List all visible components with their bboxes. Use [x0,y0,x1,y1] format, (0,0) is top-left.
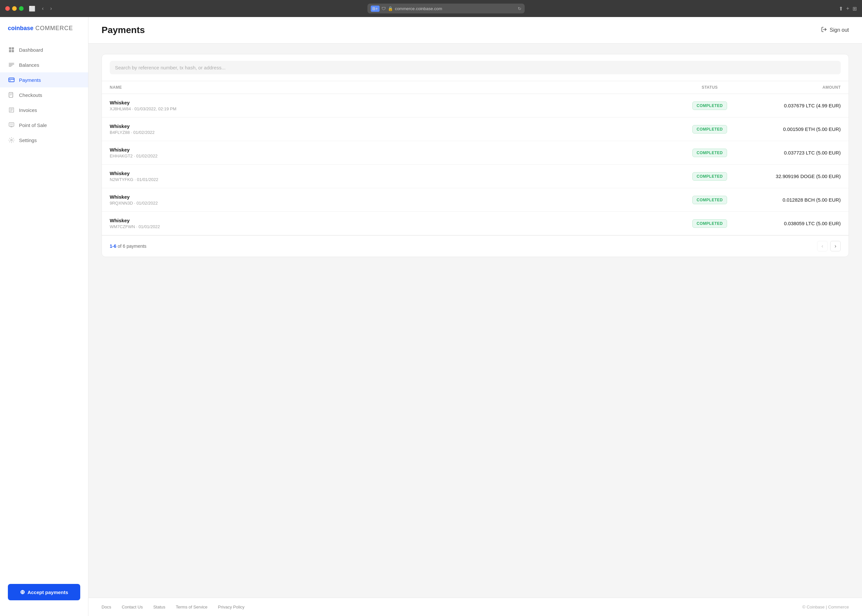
sidebar-item-checkouts[interactable]: Checkouts [0,87,88,102]
payment-amount: 0.012828 BCH (5.00 EUR) [742,197,841,203]
svg-rect-1 [12,47,14,50]
dashboard-icon [8,46,15,53]
sidebar-item-balances[interactable]: Balances [0,57,88,72]
grid-icon[interactable]: ⊞ [853,6,857,12]
search-input[interactable] [110,61,841,74]
address-bar[interactable]: B+ 🛡 🔒 commerce.coinbase.com ↻ [367,3,525,13]
settings-icon [8,137,15,144]
payment-ref: EHHAKGT2 · 01/02/2022 [110,154,677,159]
pagination-total: 6 [123,244,125,249]
sidebar-item-point-of-sale[interactable]: Point of Sale [0,118,88,132]
page-title: Payments [101,25,145,35]
close-button[interactable] [5,6,10,11]
table-row[interactable]: Whiskey N2WTYFKG · 01/01/2022 COMPLETED … [102,165,849,188]
lock-icon: 🔒 [388,6,393,11]
payment-amount: 32.909196 DOGE (5.00 EUR) [742,173,841,179]
table-row[interactable]: Whiskey WM7CZFWN · 01/01/2022 COMPLETED … [102,212,849,235]
sidebar-item-settings[interactable]: Settings [0,132,88,148]
sidebar-item-dashboard[interactable]: Dashboard [0,42,88,57]
status-badge: COMPLETED [692,196,727,204]
accept-payments-button[interactable]: ⊕ Accept payments [8,584,80,600]
footer-copyright: © Coinbase | Commerce [802,605,849,610]
pagination-buttons: ‹ › [817,241,841,251]
table-row[interactable]: Whiskey B4FLYZ88 · 01/02/2022 COMPLETED … [102,118,849,141]
svg-rect-5 [9,80,11,81]
next-page-button[interactable]: › [830,241,841,251]
sign-out-button[interactable]: Sign out [821,27,849,34]
extension-badge: B+ [371,6,380,12]
accept-btn-label: Accept payments [27,589,68,595]
table-header: NAME STATUS AMOUNT [102,81,849,94]
shield-icon: 🛡 [381,6,386,11]
col-header-amount: AMOUNT [742,85,841,90]
logo: coinbase COMMERCE [0,25,88,42]
main-content: NAME STATUS AMOUNT Whiskey XJ8HLW84 · 01… [88,44,862,598]
prev-page-button[interactable]: ‹ [817,241,827,251]
payment-info: Whiskey XJ8HLW84 · 01/03/2022, 02:19 PM [110,100,677,111]
payment-amount: 0.038059 LTC (5.00 EUR) [742,221,841,226]
col-header-status: STATUS [677,85,742,90]
browser-chrome: ⬜ ‹ › B+ 🛡 🔒 commerce.coinbase.com ↻ ⬆ +… [0,0,862,17]
share-icon[interactable]: ⬆ [839,6,843,12]
app: coinbase COMMERCE Dashboard Balances Pay… [0,17,862,616]
forward-button[interactable]: › [49,4,53,13]
pagination-info: 1-6 of 6 payments [110,244,147,249]
status-cell: COMPLETED [677,172,742,181]
balances-icon [8,61,15,68]
footer-contact[interactable]: Contact Us [122,605,143,610]
sidebar-item-payments[interactable]: Payments [0,72,88,87]
status-cell: COMPLETED [677,149,742,157]
payment-info: Whiskey B4FLYZ88 · 01/02/2022 [110,123,677,135]
pagination-range: 1-6 [110,244,116,249]
footer-status[interactable]: Status [153,605,165,610]
status-badge: COMPLETED [692,219,727,228]
payments-icon [8,76,15,83]
status-badge: COMPLETED [692,125,727,134]
sidebar-item-label: Invoices [19,107,37,113]
payment-name: Whiskey [110,194,677,200]
back-button[interactable]: ‹ [41,4,45,13]
table-row[interactable]: Whiskey 9RQXNN3D · 01/02/2022 COMPLETED … [102,188,849,212]
table-row[interactable]: Whiskey XJ8HLW84 · 01/03/2022, 02:19 PM … [102,94,849,118]
status-cell: COMPLETED [677,125,742,134]
status-cell: COMPLETED [677,219,742,228]
payment-name: Whiskey [110,171,677,176]
sidebar: coinbase COMMERCE Dashboard Balances Pay… [0,17,88,616]
col-header-name: NAME [110,85,677,90]
sidebar-toggle[interactable]: ⬜ [27,4,37,13]
minimize-button[interactable] [12,6,17,11]
sidebar-item-label: Checkouts [19,92,42,98]
sign-out-label: Sign out [830,27,849,33]
sidebar-item-label: Point of Sale [19,123,47,128]
svg-point-8 [11,140,13,141]
sidebar-item-label: Balances [19,62,39,68]
footer-terms[interactable]: Terms of Service [176,605,208,610]
browser-toolbar: ⬆ + ⊞ [839,6,857,12]
payment-amount: 0.037679 LTC (4.99 EUR) [742,103,841,108]
status-badge: COMPLETED [692,102,727,110]
new-tab-icon[interactable]: + [846,6,849,12]
refresh-icon[interactable]: ↻ [518,6,522,11]
table-row[interactable]: Whiskey EHHAKGT2 · 01/02/2022 COMPLETED … [102,141,849,165]
maximize-button[interactable] [19,6,24,11]
svg-rect-7 [9,123,14,127]
svg-rect-3 [12,50,14,52]
sidebar-item-label: Payments [19,77,41,83]
payment-ref: B4FLYZ88 · 01/02/2022 [110,130,677,135]
checkouts-icon [8,91,15,99]
payment-info: Whiskey EHHAKGT2 · 01/02/2022 [110,147,677,159]
main-panel: Payments Sign out NAME STATUS [88,17,862,616]
pagination-unit: payments [126,244,147,249]
footer-privacy[interactable]: Privacy Policy [218,605,245,610]
payment-name: Whiskey [110,123,677,129]
pagination-of: of [118,244,123,249]
traffic-lights [5,6,24,11]
status-cell: COMPLETED [677,196,742,204]
pos-icon [8,121,15,129]
payment-ref: WM7CZFWN · 01/01/2022 [110,224,677,229]
sidebar-item-invoices[interactable]: Invoices [0,102,88,118]
sign-out-icon [821,27,827,34]
footer-docs[interactable]: Docs [101,605,111,610]
svg-rect-4 [9,78,14,82]
sidebar-item-label: Settings [19,137,37,143]
